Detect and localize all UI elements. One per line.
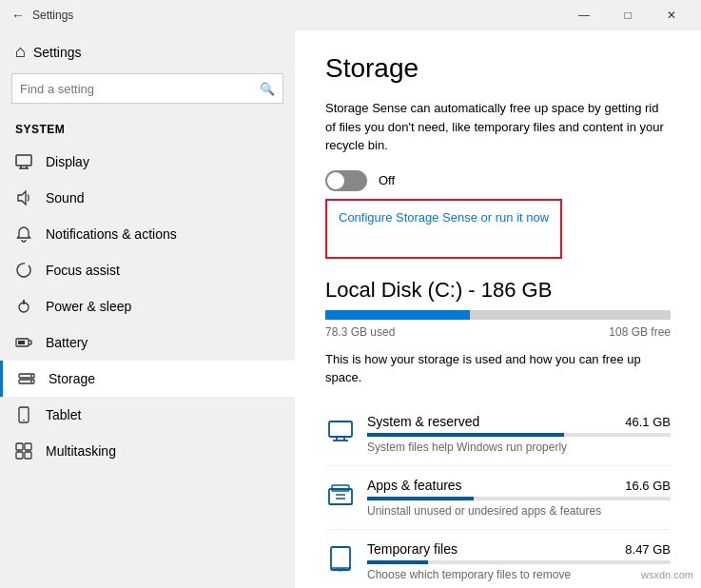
home-icon: ⌂ (15, 42, 26, 62)
storage-sense-toggle[interactable] (325, 170, 367, 191)
system-header: System & reserved 46.1 GB (367, 414, 671, 429)
apps-name: Apps & features (367, 478, 462, 493)
svg-rect-8 (18, 341, 25, 344)
sound-icon (15, 189, 32, 206)
configure-link-container: Configure Storage Sense or run it now (325, 199, 562, 259)
temp-header: Temporary files 8.47 GB (367, 541, 671, 557)
storage-item-system[interactable]: System & reserved 46.1 GB System files h… (325, 402, 671, 466)
apps-header: Apps & features 16.6 GB (367, 478, 671, 493)
focus-icon (15, 262, 32, 279)
storage-item-apps[interactable]: Apps & features 16.6 GB Uninstall unused… (325, 466, 671, 530)
temp-name: Temporary files (367, 541, 458, 557)
main-container: ⌂ Settings 🔍 System Display Sound Notifi… (0, 30, 701, 588)
system-sub: System files help Windows run properly (367, 441, 671, 454)
sidebar-item-label-focus: Focus assist (46, 263, 120, 278)
sidebar-item-storage[interactable]: Storage (0, 361, 295, 397)
storage-item-temp[interactable]: Temporary files 8.47 GB Choose which tem… (325, 530, 671, 589)
apps-storage-info: Apps & features 16.6 GB Uninstall unused… (367, 478, 671, 518)
system-bar (367, 433, 671, 437)
disk-bar-used (325, 310, 470, 320)
sidebar-item-label-display: Display (46, 154, 89, 169)
minimize-button[interactable]: — (562, 0, 606, 30)
system-bar-fill (367, 433, 564, 437)
sidebar-item-label-notifications: Notifications & actions (46, 226, 177, 242)
disk-free: 108 GB free (609, 325, 671, 339)
temp-sub: Choose which temporary files to remove (367, 568, 671, 581)
svg-rect-19 (25, 443, 31, 450)
sidebar-item-label-power: Power & sleep (46, 299, 131, 314)
disk-stats: 78.3 GB used 108 GB free (325, 325, 671, 339)
sidebar-nav: Display Sound Notifications & actions Fo… (0, 144, 295, 469)
sidebar-item-focus[interactable]: Focus assist (0, 252, 295, 288)
system-name: System & reserved (367, 414, 479, 429)
svg-marker-4 (18, 191, 26, 205)
system-size: 46.1 GB (625, 415, 671, 429)
display-icon (15, 153, 32, 170)
sidebar-item-battery[interactable]: Battery (0, 324, 295, 361)
sidebar-item-notifications[interactable]: Notifications & actions (0, 216, 295, 252)
titlebar-left: ← Settings (11, 8, 73, 23)
svg-point-17 (23, 420, 25, 421)
svg-point-14 (30, 375, 32, 377)
page-title: Storage (325, 53, 671, 84)
search-box[interactable]: 🔍 (11, 73, 283, 104)
storage-sense-toggle-row: Off (325, 170, 671, 191)
titlebar-controls: — □ ✕ (562, 0, 693, 30)
svg-rect-22 (329, 421, 352, 437)
search-icon: 🔍 (260, 82, 275, 96)
multitasking-icon (15, 442, 32, 460)
sidebar-home[interactable]: ⌂ Settings (0, 30, 295, 73)
temp-storage-info: Temporary files 8.47 GB Choose which tem… (367, 541, 671, 581)
titlebar: ← Settings — □ ✕ (0, 0, 701, 30)
system-storage-info: System & reserved 46.1 GB System files h… (367, 414, 671, 454)
svg-rect-21 (25, 452, 31, 459)
system-storage-icon (325, 416, 356, 446)
apps-sub: Uninstall unused or undesired apps & fea… (367, 504, 671, 518)
svg-rect-20 (16, 452, 23, 459)
disk-bar (325, 310, 671, 320)
disk-description: This is how your storage is used and how… (325, 350, 671, 387)
sidebar-item-label-battery: Battery (46, 335, 88, 350)
content-area: Storage Storage Sense can automatically … (295, 30, 701, 588)
svg-point-15 (30, 381, 32, 382)
apps-bar (367, 497, 671, 500)
svg-rect-0 (16, 155, 31, 166)
sidebar-section-label: System (0, 119, 295, 144)
sidebar-item-display[interactable]: Display (0, 144, 295, 180)
sidebar-item-label-tablet: Tablet (46, 407, 81, 422)
sidebar-item-multitasking[interactable]: Multitasking (0, 433, 295, 469)
maximize-button[interactable]: □ (606, 0, 650, 30)
search-input[interactable] (20, 82, 260, 96)
disk-title: Local Disk (C:) - 186 GB (325, 278, 671, 303)
svg-rect-30 (331, 547, 350, 570)
apps-bar-fill (367, 497, 474, 500)
disk-used: 78.3 GB used (325, 325, 395, 339)
svg-rect-18 (16, 443, 23, 450)
power-icon (15, 298, 32, 315)
home-label: Settings (33, 45, 82, 60)
temp-bar-fill (367, 560, 428, 564)
storage-icon (18, 370, 35, 387)
back-icon[interactable]: ← (11, 8, 25, 23)
sidebar: ⌂ Settings 🔍 System Display Sound Notifi… (0, 30, 295, 588)
temp-bar (367, 560, 671, 564)
sidebar-item-tablet[interactable]: Tablet (0, 397, 295, 433)
notifications-icon (15, 225, 32, 243)
watermark: wsxdn.com (641, 569, 693, 580)
apps-size: 16.6 GB (625, 479, 671, 493)
apps-storage-icon (325, 480, 356, 510)
toggle-label: Off (379, 173, 395, 187)
configure-storage-sense-link[interactable]: Configure Storage Sense or run it now (327, 201, 560, 234)
storage-sense-description: Storage Sense can automatically free up … (325, 99, 671, 155)
sidebar-item-power[interactable]: Power & sleep (0, 288, 295, 324)
sidebar-item-label-storage: Storage (49, 371, 95, 386)
toggle-knob (327, 172, 344, 189)
close-button[interactable]: ✕ (650, 0, 693, 30)
storage-items-list: System & reserved 46.1 GB System files h… (325, 402, 671, 589)
svg-rect-27 (332, 485, 349, 491)
sidebar-item-sound[interactable]: Sound (0, 180, 295, 216)
temp-storage-icon (325, 543, 356, 574)
battery-icon (15, 334, 32, 351)
sidebar-item-label-sound: Sound (46, 190, 84, 206)
sidebar-item-label-multitasking: Multitasking (46, 443, 116, 459)
